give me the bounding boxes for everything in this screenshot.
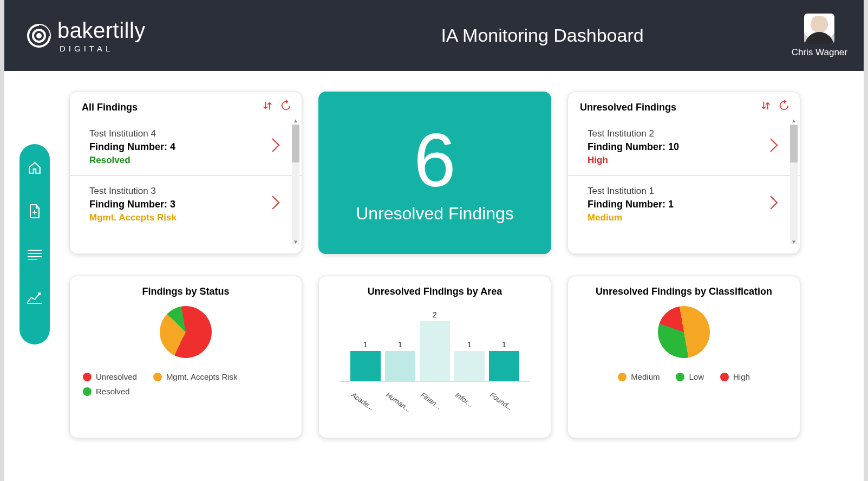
finding-status: Resolved [89,155,175,166]
dashboard-grid: All Findings Test Institution 4 Finding … [69,92,826,438]
sidebar [19,144,50,344]
unresolved-count: 6 [414,122,456,198]
scrollbar[interactable]: ▲ ▼ [790,125,798,244]
bar-value-label: 1 [398,340,402,349]
finding-status: Medium [588,212,674,223]
svg-point-2 [36,33,42,38]
body: All Findings Test Institution 4 Finding … [4,71,864,481]
bar-column[interactable]: 2 [420,310,450,381]
unresolved-findings-list: Test Institution 2 Finding Number: 10 Hi… [568,119,800,233]
refresh-icon[interactable] [280,100,292,114]
chevron-right-icon [769,138,778,157]
legend-dot-icon [720,373,729,381]
finding-number: Finding Number: 10 [588,141,679,153]
card-title: Unresolved Findings by Area [330,286,540,297]
legend-label: Low [689,372,704,381]
logo-icon [26,23,52,49]
legend-label: Medium [631,372,660,381]
card-unresolved-count[interactable]: 6 Unresolved Findings [318,92,551,254]
chevron-right-icon [271,138,280,157]
logo-name: bakertilly [57,18,146,43]
bar-category-label: Infor... [454,391,483,414]
unresolved-count-label: Unresolved Findings [356,204,514,224]
chevron-right-icon [769,195,778,214]
card-title: Findings by Status [81,286,291,297]
sidebar-list-icon[interactable] [26,246,43,263]
user-name: Chris Wagner [792,47,847,58]
institution-name: Test Institution 1 [588,186,674,197]
finding-number: Finding Number: 1 [588,199,674,210]
card-unresolved-by-classification: Unresolved Findings by Classification Me… [567,276,800,438]
legend-label: Resolved [96,387,130,396]
logo-sub: DIGITAL [57,44,146,53]
bar-category-label: Acade... [350,391,379,414]
list-item[interactable]: Test Institution 3 Finding Number: 3 Mgm… [70,176,302,233]
legend-item[interactable]: Resolved [83,387,130,396]
sort-icon[interactable] [760,100,772,114]
bar-category-label: Human... [384,391,414,414]
bar-chart-xlabels: Acade...Human...Finan...Infor...Found... [340,385,530,393]
bar-value-label: 1 [363,340,368,349]
sidebar-chart-icon[interactable] [26,289,43,307]
bar-column[interactable]: 1 [489,340,519,381]
institution-name: Test Institution 2 [588,128,679,139]
scrollbar[interactable]: ▲ ▼ [292,125,299,244]
scrollbar-thumb[interactable] [790,125,798,162]
legend-dot-icon [618,373,626,381]
chevron-right-icon [271,195,280,214]
sidebar-new-file-icon[interactable] [26,203,43,220]
bar-category-label: Found... [488,391,518,414]
bar-chart-area[interactable]: 1 1 2 1 1 [340,306,530,382]
page-title: IA Monitoring Dashboard [113,25,868,46]
legend-label: Unresolved [96,372,137,381]
bar-column[interactable]: 1 [454,340,485,381]
bar [420,321,450,381]
finding-number: Finding Number: 4 [89,141,175,153]
bar [350,351,381,381]
list-item[interactable]: Test Institution 2 Finding Number: 10 Hi… [568,119,800,176]
legend-classification: MediumLowHigh [579,369,789,381]
legend-label: Mgmt. Accepts Risk [166,372,238,381]
card-unresolved-by-area: Unresolved Findings by Area 1 1 2 1 1 Ac… [318,276,551,438]
sort-icon[interactable] [262,100,273,114]
refresh-icon[interactable] [778,100,790,114]
card-unresolved-findings: Unresolved Findings Test Institution 2 F… [567,92,800,254]
legend-item[interactable]: Unresolved [83,372,137,381]
institution-name: Test Institution 3 [89,186,177,197]
bar-value-label: 1 [467,340,472,349]
bar-value-label: 1 [502,340,506,349]
legend-status: UnresolvedMgmt. Accepts RiskResolved [81,369,291,396]
scrollbar-thumb[interactable] [292,125,299,162]
card-title: Unresolved Findings by Classification [579,286,789,297]
legend-item[interactable]: Medium [618,372,660,381]
avatar[interactable] [804,14,834,44]
finding-status: Mgmt. Accepts Risk [89,212,177,223]
app-root: bakertilly DIGITAL IA Monitoring Dashboa… [4,0,864,481]
institution-name: Test Institution 4 [89,128,175,139]
legend-dot-icon [153,373,162,381]
bar-column[interactable]: 1 [385,340,415,381]
card-title: Unresolved Findings [580,102,676,113]
legend-dot-icon [83,387,92,396]
logo: bakertilly DIGITAL [26,18,146,53]
list-item[interactable]: Test Institution 4 Finding Number: 4 Res… [70,119,302,176]
bar-value-label: 2 [433,310,437,319]
bar-column[interactable]: 1 [350,340,381,381]
pie-chart-status[interactable] [160,306,212,358]
card-title: All Findings [82,102,138,113]
list-item[interactable]: Test Institution 1 Finding Number: 1 Med… [568,176,800,233]
legend-dot-icon [676,373,684,381]
legend-item[interactable]: Mgmt. Accepts Risk [153,372,238,381]
finding-status: High [588,155,679,166]
sidebar-home-icon[interactable] [26,159,43,177]
legend-label: High [733,372,750,381]
legend-item[interactable]: High [720,372,750,381]
header: bakertilly DIGITAL IA Monitoring Dashboa… [4,0,864,71]
legend-item[interactable]: Low [676,372,704,381]
bar [454,351,485,381]
bar [489,351,519,381]
finding-number: Finding Number: 3 [89,199,177,210]
user-block[interactable]: Chris Wagner [792,14,847,58]
card-findings-by-status: Findings by Status UnresolvedMgmt. Accep… [69,276,302,438]
pie-chart-classification[interactable] [658,306,710,358]
